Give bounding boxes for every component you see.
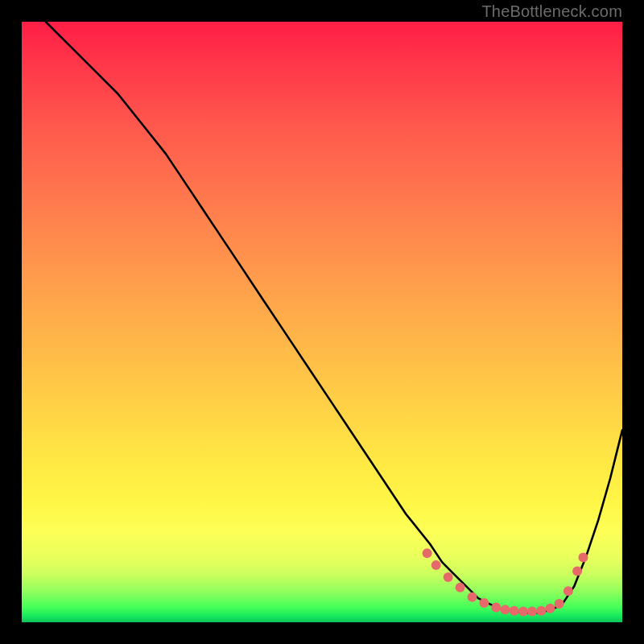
sweet-spot-dot [431, 560, 441, 570]
sweet-spot-dot [479, 598, 489, 608]
curve-svg [22, 22, 622, 622]
sweet-spot-dot [579, 552, 588, 562]
sweet-spot-dot [546, 604, 555, 613]
sweet-spot-dot [555, 599, 564, 609]
sweet-spot-dot [536, 606, 546, 616]
bottleneck-curve [46, 22, 622, 613]
sweet-spot-dot [491, 602, 501, 612]
sweet-spot-dot [456, 583, 465, 592]
plot-area [22, 22, 622, 622]
sweet-spot-dot [572, 567, 582, 576]
watermark-text: TheBottleneck.com [481, 2, 622, 21]
sweet-spot-dot [527, 607, 537, 617]
sweet-spot-dot [423, 548, 432, 558]
sweet-spot-dots [423, 548, 588, 616]
chart-frame: TheBottleneck.com [0, 0, 644, 644]
sweet-spot-dot [468, 592, 477, 602]
sweet-spot-dot [564, 586, 573, 596]
sweet-spot-dot [510, 606, 519, 616]
sweet-spot-dot [444, 572, 453, 582]
sweet-spot-dot [501, 605, 510, 614]
sweet-spot-dot [518, 607, 528, 617]
